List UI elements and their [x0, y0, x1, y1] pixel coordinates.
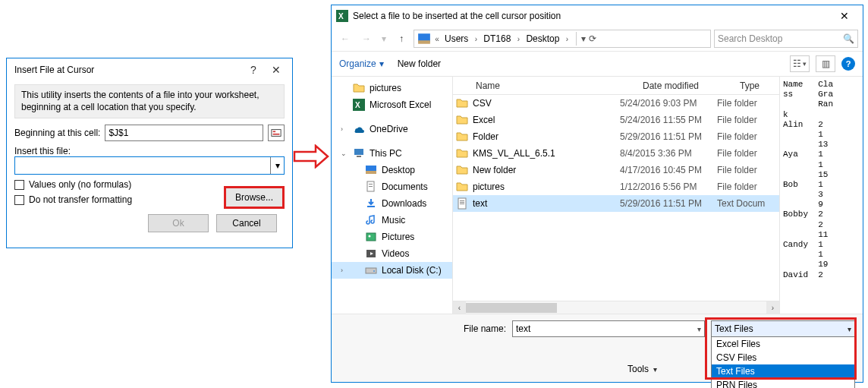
col-type[interactable]: Type	[735, 80, 779, 91]
up-button[interactable]: ↑	[392, 30, 410, 48]
breadcrumb-item[interactable]: Users	[442, 33, 471, 44]
file-picker-window: X Select a file to be inserted at the ce…	[331, 5, 863, 383]
chevron-down-icon[interactable]: ⌄	[341, 150, 348, 157]
chevron-down-icon[interactable]: ▾	[697, 325, 701, 333]
breadcrumb-item[interactable]: DT168	[480, 33, 514, 44]
col-date[interactable]: Date modified	[638, 80, 735, 91]
forward-button[interactable]: →	[357, 30, 376, 48]
nav-documents[interactable]: Documents	[332, 178, 452, 195]
onedrive-icon	[353, 123, 365, 135]
history-dropdown[interactable]: ▾	[379, 30, 389, 48]
file-row[interactable]: Excel5/24/2016 11:55 PMFile folder	[453, 112, 779, 128]
svg-text:X: X	[355, 101, 360, 109]
nav-excel[interactable]: XMicrosoft Excel	[332, 96, 452, 113]
dialog-title: Insert File at Cursor	[14, 65, 242, 75]
breadcrumb-bar[interactable]: « Users › DT168 › Desktop › ▾ ⟳	[414, 30, 711, 48]
column-headers[interactable]: Name Date modified Type	[453, 77, 779, 95]
nav-pictures[interactable]: Pictures	[332, 229, 452, 245]
file-name: New folder	[471, 165, 620, 175]
close-button[interactable]: ✕	[828, 6, 861, 26]
filter-option[interactable]: Excel Files	[712, 337, 854, 351]
file-row[interactable]: KMS_VL_ALL_6.5.18/4/2015 3:36 PMFile fol…	[453, 145, 779, 162]
new-folder-button[interactable]: New folder	[398, 58, 441, 69]
file-name: text	[471, 198, 620, 209]
downloads-icon	[365, 197, 377, 210]
nav-videos[interactable]: Videos	[332, 245, 452, 262]
filter-option[interactable]: Text Files	[712, 364, 854, 378]
file-type-filter[interactable]: Text Files▾	[711, 320, 855, 337]
no-transfer-formatting-checkbox[interactable]	[14, 195, 24, 205]
file-row[interactable]: text5/29/2016 11:51 PMText Docum	[453, 195, 779, 212]
ok-button[interactable]: Ok	[148, 214, 209, 232]
file-row[interactable]: pictures1/12/2016 5:56 PMFile folder	[453, 178, 779, 195]
nav-desktop[interactable]: Desktop	[332, 162, 452, 178]
excel-icon: X	[336, 10, 348, 22]
svg-rect-2	[273, 134, 280, 135]
nav-onedrive[interactable]: ›OneDrive	[332, 121, 452, 137]
file-row[interactable]: CSV5/24/2016 9:03 PMFile folder	[453, 95, 779, 112]
chevron-right-icon: ›	[514, 35, 523, 43]
scroll-left-button[interactable]: ‹	[453, 301, 466, 314]
values-only-checkbox[interactable]	[14, 180, 24, 190]
search-icon: 🔍	[843, 33, 854, 44]
horizontal-scrollbar[interactable]: ‹ ›	[453, 301, 779, 314]
breadcrumb-prefix: «	[432, 35, 442, 43]
search-input[interactable]: Search Desktop 🔍	[714, 30, 858, 48]
chevron-down-icon[interactable]: ▾	[270, 157, 284, 174]
desktop-icon	[365, 164, 377, 176]
back-button[interactable]: ←	[336, 30, 354, 48]
file-name: KMS_VL_ALL_6.5.1	[471, 148, 620, 159]
close-button[interactable]: ✕	[265, 62, 288, 78]
svg-rect-15	[369, 186, 373, 187]
chevron-down-icon: ▾	[379, 58, 384, 69]
browse-button[interactable]: Browse...	[224, 186, 285, 209]
beginning-cell-input[interactable]	[105, 125, 263, 141]
nav-downloads[interactable]: Downloads	[332, 195, 452, 212]
chevron-down-icon: ▾	[653, 365, 657, 374]
filter-option[interactable]: PRN Files	[712, 378, 854, 388]
file-date: 5/24/2016 11:55 PM	[620, 115, 717, 125]
nav-tree[interactable]: pictures XMicrosoft Excel ›OneDrive ⌄Thi…	[332, 77, 453, 314]
file-row[interactable]: Folder5/29/2016 11:51 PMFile folder	[453, 128, 779, 145]
drive-icon	[365, 264, 377, 276]
folder-icon	[453, 181, 471, 193]
cell-reference-picker-button[interactable]	[268, 125, 285, 141]
file-date: 5/29/2016 11:51 PM	[620, 198, 717, 209]
insert-file-combobox[interactable]: ▾	[14, 156, 285, 175]
file-picker-title: Select a file to be inserted at the cell…	[353, 11, 828, 21]
help-icon[interactable]: ?	[841, 57, 855, 71]
nav-local-disk-c[interactable]: ›Local Disk (C:)	[332, 262, 452, 279]
svg-rect-1	[273, 131, 276, 133]
nav-music[interactable]: Music	[332, 212, 452, 229]
organize-menu[interactable]: Organize▾	[339, 58, 384, 69]
scroll-thumb[interactable]	[466, 303, 557, 313]
nav-pictures[interactable]: pictures	[332, 80, 452, 96]
view-mode-button[interactable]: ☷ ▾	[790, 55, 810, 72]
chevron-right-icon[interactable]: ›	[341, 125, 348, 133]
filename-input[interactable]: text▾	[512, 320, 705, 337]
preview-pane-button[interactable]: ▥	[816, 55, 835, 72]
tools-menu[interactable]: Tools▾	[627, 364, 657, 374]
folder-icon	[453, 164, 471, 176]
file-type-filter-dropdown[interactable]: Excel Files CSV Files Text Files PRN Fil…	[711, 337, 855, 388]
col-name[interactable]: Name	[471, 80, 638, 91]
folder-icon	[453, 114, 471, 126]
nav-this-pc[interactable]: ⌄This PC	[332, 145, 452, 162]
chevron-down-icon[interactable]: ▾	[581, 33, 586, 44]
chevron-down-icon[interactable]: ▾	[848, 325, 851, 333]
refresh-icon[interactable]: ⟳	[589, 33, 596, 44]
cancel-button[interactable]: Cancel	[216, 214, 277, 232]
svg-rect-24	[460, 202, 464, 203]
videos-icon	[365, 248, 377, 260]
file-row[interactable]: New folder4/17/2016 10:45 PMFile folder	[453, 162, 779, 178]
dialog-description: This utility inserts the contents of a f…	[14, 84, 285, 118]
chevron-right-icon[interactable]: ›	[341, 267, 348, 274]
svg-rect-6	[418, 40, 430, 44]
toolbar: Organize▾ New folder ☷ ▾ ▥ ?	[332, 51, 863, 77]
breadcrumb-item[interactable]: Desktop	[523, 33, 562, 44]
svg-rect-10	[357, 156, 361, 157]
scroll-right-button[interactable]: ›	[766, 301, 779, 314]
file-type: File folder	[717, 181, 779, 192]
help-button[interactable]: ?	[242, 62, 265, 78]
filter-option[interactable]: CSV Files	[712, 351, 854, 364]
